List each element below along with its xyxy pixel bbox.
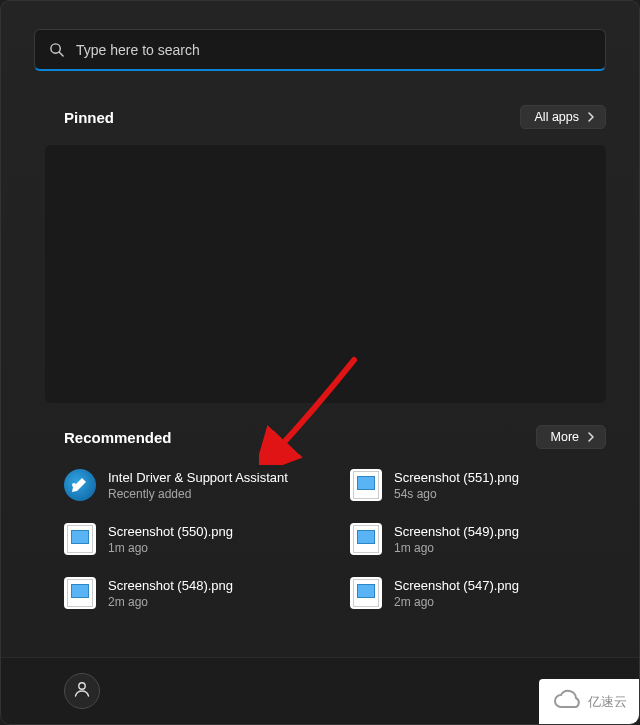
more-label: More <box>551 430 579 444</box>
recommended-item-text: Screenshot (550).png 1m ago <box>108 524 233 555</box>
recommended-title: Recommended <box>64 429 172 446</box>
recommended-item-subtitle: Recently added <box>108 487 288 501</box>
app-icon <box>64 469 96 501</box>
all-apps-button[interactable]: All apps <box>520 105 606 129</box>
recommended-item-title: Screenshot (551).png <box>394 470 519 485</box>
recommended-item-title: Screenshot (550).png <box>108 524 233 539</box>
image-file-icon <box>350 469 382 501</box>
recommended-item-subtitle: 54s ago <box>394 487 519 501</box>
image-file-icon <box>64 577 96 609</box>
svg-point-2 <box>72 483 76 487</box>
search-bar[interactable] <box>34 29 606 71</box>
image-file-icon <box>64 523 96 555</box>
recommended-item-intel-driver[interactable]: Intel Driver & Support Assistant Recentl… <box>64 469 320 501</box>
top-area <box>1 1 639 71</box>
recommended-grid: Intel Driver & Support Assistant Recentl… <box>64 469 606 609</box>
recommended-item-screenshot-549[interactable]: Screenshot (549).png 1m ago <box>350 523 606 555</box>
recommended-item-screenshot-551[interactable]: Screenshot (551).png 54s ago <box>350 469 606 501</box>
watermark: 亿速云 <box>539 679 639 724</box>
chevron-right-icon <box>585 111 597 123</box>
pinned-header: Pinned All apps <box>64 105 606 129</box>
recommended-item-subtitle: 1m ago <box>108 541 233 555</box>
recommended-item-text: Screenshot (547).png 2m ago <box>394 578 519 609</box>
start-menu: Pinned All apps Recommended More <box>0 0 640 725</box>
recommended-item-text: Screenshot (551).png 54s ago <box>394 470 519 501</box>
recommended-item-text: Intel Driver & Support Assistant Recentl… <box>108 470 288 501</box>
recommended-item-title: Screenshot (547).png <box>394 578 519 593</box>
recommended-item-title: Screenshot (548).png <box>108 578 233 593</box>
recommended-item-title: Screenshot (549).png <box>394 524 519 539</box>
cloud-icon <box>552 689 582 715</box>
recommended-item-text: Screenshot (548).png 2m ago <box>108 578 233 609</box>
image-file-icon <box>350 577 382 609</box>
svg-point-3 <box>79 683 85 689</box>
recommended-item-screenshot-550[interactable]: Screenshot (550).png 1m ago <box>64 523 320 555</box>
recommended-item-screenshot-547[interactable]: Screenshot (547).png 2m ago <box>350 577 606 609</box>
more-button[interactable]: More <box>536 425 606 449</box>
recommended-item-title: Intel Driver & Support Assistant <box>108 470 288 485</box>
user-icon <box>72 679 92 703</box>
recommended-item-text: Screenshot (549).png 1m ago <box>394 524 519 555</box>
all-apps-label: All apps <box>535 110 579 124</box>
watermark-text: 亿速云 <box>588 693 627 711</box>
search-input[interactable] <box>76 42 591 58</box>
recommended-item-subtitle: 2m ago <box>108 595 233 609</box>
recommended.items.3.subtitle: 1m ago <box>394 541 519 555</box>
annotation-arrow-icon <box>259 355 369 465</box>
search-icon <box>49 42 64 57</box>
pinned-title: Pinned <box>64 109 114 126</box>
recommended-item-subtitle: 2m ago <box>394 595 519 609</box>
image-file-icon <box>350 523 382 555</box>
chevron-right-icon <box>585 431 597 443</box>
user-account-button[interactable] <box>64 673 100 709</box>
recommended-item-screenshot-548[interactable]: Screenshot (548).png 2m ago <box>64 577 320 609</box>
svg-line-1 <box>59 52 63 56</box>
